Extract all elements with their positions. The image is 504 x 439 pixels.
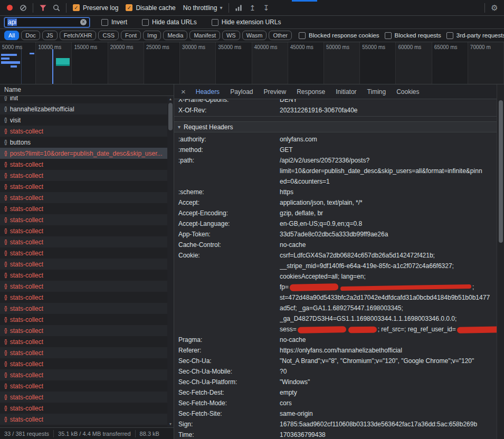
request-row[interactable]: {}stats-collect bbox=[0, 392, 174, 403]
request-row[interactable]: {}stats-collect bbox=[0, 181, 174, 192]
header-name: Cookie: bbox=[174, 250, 280, 261]
type-filter-media[interactable]: Media bbox=[163, 31, 187, 40]
tab-cookies[interactable]: Cookies bbox=[391, 84, 424, 99]
type-filter-ws[interactable]: WS bbox=[222, 31, 240, 40]
request-name: stats-collect bbox=[10, 394, 43, 401]
request-name: stats-collect bbox=[10, 216, 43, 224]
timeline-overview[interactable]: 5000 ms10000 ms15000 ms20000 ms25000 ms3… bbox=[0, 42, 504, 84]
request-name: stats-collect bbox=[10, 128, 43, 135]
invert-checkbox[interactable]: Invert bbox=[101, 18, 127, 26]
request-row[interactable]: {}stats-collect bbox=[0, 369, 174, 380]
details-scrollbar-thumb[interactable] bbox=[499, 100, 503, 243]
clear-filter-icon[interactable]: × bbox=[80, 19, 87, 25]
request-row[interactable]: {}stats-collect bbox=[0, 159, 174, 170]
type-filter-doc[interactable]: Doc bbox=[21, 31, 40, 40]
name-column-header[interactable]: Name bbox=[0, 84, 174, 96]
type-filter-all[interactable]: All bbox=[4, 31, 19, 40]
request-row[interactable]: {}stats-collect bbox=[0, 247, 174, 259]
request-row[interactable]: {}stats-collect bbox=[0, 259, 174, 270]
search-button[interactable] bbox=[50, 2, 63, 14]
hide-extension-urls-checkbox[interactable]: Hide extension URLs bbox=[212, 18, 281, 26]
close-details-icon[interactable]: × bbox=[174, 87, 191, 96]
blocked-response-cookies-checkbox[interactable]: Blocked response cookies bbox=[299, 32, 379, 39]
header-value: cors bbox=[280, 398, 497, 408]
section-title: Request Headers bbox=[184, 123, 233, 131]
import-har-icon: ↥ bbox=[250, 4, 256, 12]
throttling-select[interactable]: No throttling ▾ bbox=[180, 3, 226, 13]
tab-headers[interactable]: Headers bbox=[191, 84, 225, 99]
type-filter-fetch-xhr[interactable]: Fetch/XHR bbox=[60, 31, 97, 40]
import-har-button[interactable]: ↥ bbox=[246, 2, 259, 14]
type-filter-font[interactable]: Font bbox=[121, 31, 141, 40]
timeline-tick-label: 65000 ms bbox=[434, 44, 458, 50]
request-row[interactable]: {}stats-collect bbox=[0, 325, 174, 336]
disable-cache-label: Disable cache bbox=[136, 4, 175, 12]
tab-preview[interactable]: Preview bbox=[259, 84, 292, 99]
request-row[interactable]: {}buttons bbox=[0, 137, 174, 148]
tab-timing[interactable]: Timing bbox=[362, 84, 392, 99]
type-filter-manifest[interactable]: Manifest bbox=[189, 31, 220, 40]
checkbox-label: 3rd-party requests bbox=[457, 32, 504, 39]
scrollbar-thumb[interactable] bbox=[168, 103, 173, 130]
request-row[interactable]: {}visit bbox=[0, 114, 174, 126]
request-row[interactable]: {}stats-collect bbox=[0, 347, 174, 358]
type-filter-css[interactable]: CSS bbox=[98, 31, 119, 40]
scroll-down-icon[interactable]: ▼ bbox=[169, 422, 173, 427]
clear-network-log-button[interactable] bbox=[17, 2, 30, 14]
type-filter-img[interactable]: Img bbox=[143, 31, 161, 40]
request-row[interactable]: {}stats-collect bbox=[0, 292, 174, 303]
request-list-scrollbar[interactable]: ▲ ▼ bbox=[167, 96, 174, 427]
request-name: stats-collect bbox=[10, 261, 43, 268]
tab-response[interactable]: Response bbox=[291, 84, 330, 99]
type-filter-wasm[interactable]: Wasm bbox=[242, 31, 267, 40]
request-row[interactable]: {}stats-collect bbox=[0, 414, 174, 425]
timeline-tick-label: 60000 ms bbox=[398, 44, 421, 50]
tab-payload[interactable]: Payload bbox=[225, 84, 258, 99]
timeline-tick-label: 25000 ms bbox=[146, 44, 169, 50]
header-row: App-Token:33d57ade8c02dbc5a333db99ff9ae2… bbox=[174, 229, 497, 240]
type-filter-other[interactable]: Other bbox=[269, 31, 292, 40]
request-row[interactable]: {}stats-collect bbox=[0, 236, 174, 247]
filter-toggle-button[interactable] bbox=[36, 2, 49, 14]
request-headers-section-header[interactable]: ▾ Request Headers bbox=[174, 121, 497, 132]
request-row[interactable]: {}posts?limit=10&order=publish_date_desc… bbox=[0, 148, 174, 159]
settings-button[interactable]: ⚙ bbox=[488, 2, 501, 14]
3rd-party-requests-checkbox[interactable]: 3rd-party requests bbox=[446, 32, 504, 39]
request-row[interactable]: {}stats-collect bbox=[0, 270, 174, 281]
timeline-selection-line[interactable] bbox=[52, 49, 53, 84]
preserve-log-checkbox[interactable]: Preserve log bbox=[73, 4, 118, 12]
blocked-requests-checkbox[interactable]: Blocked requests bbox=[385, 32, 441, 39]
details-scrollbar[interactable] bbox=[497, 84, 504, 439]
header-value: application/json, text/plain, */* bbox=[280, 197, 497, 208]
tab-initiator[interactable]: Initiator bbox=[330, 84, 362, 99]
request-row[interactable]: {}stats-collect bbox=[0, 303, 174, 314]
hide-data-urls-checkbox[interactable]: Hide data URLs bbox=[142, 18, 197, 26]
request-row[interactable]: {}init bbox=[0, 96, 174, 103]
request-row[interactable]: {}stats-collect bbox=[0, 225, 174, 236]
request-row[interactable]: {}stats-collect bbox=[0, 403, 174, 414]
request-row[interactable]: {}stats-collect bbox=[0, 314, 174, 325]
request-name: hannahelizabethofficial bbox=[10, 106, 74, 113]
request-row[interactable]: {}hannahelizabethofficial bbox=[0, 103, 174, 114]
network-conditions-button[interactable] bbox=[232, 2, 245, 14]
request-row[interactable]: {}stats-collect bbox=[0, 214, 174, 225]
request-row[interactable]: {}stats-collect bbox=[0, 336, 174, 347]
request-row[interactable]: {}stats-collect bbox=[0, 170, 174, 181]
request-row[interactable]: {}stats-collect bbox=[0, 126, 174, 137]
export-har-button[interactable]: ↧ bbox=[260, 2, 272, 14]
hide-data-urls-label: Hide data URLs bbox=[152, 18, 197, 26]
request-row[interactable]: {}stats-collect bbox=[0, 358, 174, 369]
record-button[interactable] bbox=[3, 2, 16, 14]
request-name: stats-collect bbox=[10, 238, 43, 246]
scroll-up-icon[interactable]: ▲ bbox=[169, 97, 173, 102]
timeline-tick-label: 5000 ms bbox=[2, 44, 22, 50]
request-name: stats-collect bbox=[10, 250, 43, 257]
request-row[interactable]: {}stats-collect bbox=[0, 203, 174, 214]
disable-cache-checkbox[interactable]: Disable cache bbox=[126, 4, 175, 12]
request-row[interactable]: {}stats-collect bbox=[0, 281, 174, 292]
network-filter-input[interactable]: api × bbox=[4, 17, 90, 27]
request-row[interactable]: {}stats-collect bbox=[0, 192, 174, 203]
request-row[interactable]: {}stats-collect bbox=[0, 380, 174, 392]
request-name: stats-collect bbox=[10, 283, 43, 290]
type-filter-js[interactable]: JS bbox=[42, 31, 58, 40]
